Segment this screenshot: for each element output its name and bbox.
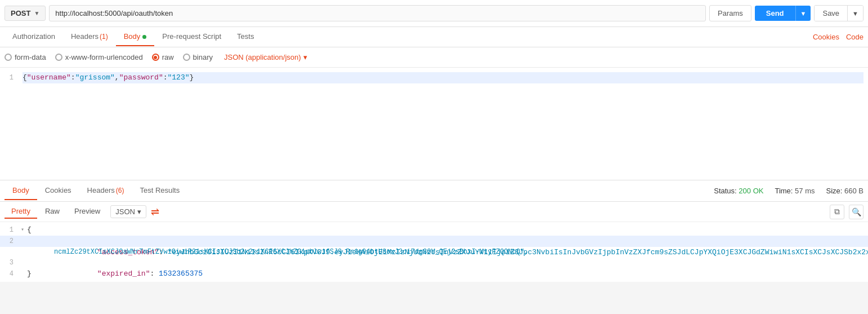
resp-line-4: 4 } — [0, 268, 868, 280]
method-chevron: ▼ — [34, 10, 39, 16]
top-bar: POST ▼ Params Send ▼ Save ▼ — [0, 0, 868, 27]
send-button-group: Send ▼ — [755, 6, 811, 21]
response-body: 1 ▾ { 2 "access_token": "eyJhbGciOiJIUzI… — [0, 222, 868, 282]
response-view-bar: Pretty Raw Preview JSON ▾ ⇌ ⧉ 🔍 — [0, 202, 868, 222]
time-value: 57 ms — [795, 187, 815, 195]
resp-lines: 1 ▾ { 2 "access_token": "eyJhbGciOiJIUzI… — [0, 224, 868, 280]
request-tab-bar: Authorization Headers(1) Body Pre-reques… — [0, 27, 868, 47]
form-data-option[interactable]: form-data — [5, 53, 46, 61]
code-area[interactable]: {"username":"grissom","password":"123"} — [18, 71, 868, 171]
search-icon-button[interactable]: 🔍 — [849, 205, 863, 219]
time-label: Time: 57 ms — [775, 187, 815, 195]
save-dropdown-button[interactable]: ▼ — [847, 6, 863, 21]
tab-prerequest[interactable]: Pre-request Script — [154, 28, 229, 46]
json-format-select[interactable]: JSON ▾ — [110, 205, 146, 218]
resp-line-1: 1 ▾ { — [0, 224, 868, 236]
tab-tests[interactable]: Tests — [229, 28, 262, 46]
raw-option[interactable]: raw — [152, 53, 174, 61]
save-button-group: Save ▼ — [814, 5, 863, 21]
url-encoded-radio[interactable] — [55, 54, 62, 61]
raw-radio[interactable] — [152, 54, 159, 61]
method-select[interactable]: POST ▼ — [5, 6, 46, 21]
code-line-1: {"username":"grissom","password":"123"} — [23, 72, 863, 83]
line-numbers: 1 — [0, 71, 18, 171]
request-editor: 1 {"username":"grissom","password":"123"… — [0, 68, 868, 180]
resp-line-3: 3 "expired_in": 1532365375 — [0, 257, 868, 268]
response-status-bar: Status: 200 OK Time: 57 ms Size: 660 B — [714, 187, 863, 195]
body-options-bar: form-data x-www-form-urlencoded raw bina… — [0, 47, 868, 68]
wrap-icon-container: ⇌ — [151, 206, 159, 218]
save-button[interactable]: Save — [815, 6, 847, 21]
resp-editor: 1 ▾ { 2 "access_token": "eyJhbGciOiJIUzI… — [0, 224, 868, 280]
copy-icon: ⧉ — [834, 207, 840, 216]
resp-line-2b: ncmlZc29tXCIsXCJOaWNrTmFtZVwiOiwiR21sXCI… — [0, 247, 868, 257]
resp-line-2: 2 "access_token": "eyJhbGciOiJIUzI1NiIsI… — [0, 236, 868, 247]
wrap-icon[interactable]: ⇌ — [151, 206, 159, 218]
resp-tab-cookies[interactable]: Cookies — [37, 182, 79, 200]
size-label: Size: 660 B — [826, 187, 863, 195]
send-dropdown-button[interactable]: ▼ — [795, 6, 811, 21]
resp-tab-body[interactable]: Body — [5, 182, 37, 200]
response-section: Body Cookies Headers(6) Test Results Sta… — [0, 180, 868, 282]
right-tabs: Cookies Code — [813, 33, 863, 41]
params-button[interactable]: Params — [709, 5, 751, 21]
resp-tab-test-results[interactable]: Test Results — [132, 182, 187, 200]
json-type-select[interactable]: JSON (application/json) ▾ — [224, 53, 307, 61]
search-icon: 🔍 — [852, 207, 861, 216]
tab-headers[interactable]: Headers(1) — [63, 28, 116, 46]
response-tab-bar: Body Cookies Headers(6) Test Results Sta… — [0, 180, 868, 202]
tab-authorization[interactable]: Authorization — [5, 28, 63, 46]
code-link[interactable]: Code — [846, 33, 863, 41]
view-tab-raw[interactable]: Raw — [38, 205, 66, 219]
form-data-radio[interactable] — [5, 54, 12, 61]
resp-icons: ⧉ 🔍 — [830, 205, 863, 219]
binary-option[interactable]: binary — [183, 53, 213, 61]
view-tab-preview[interactable]: Preview — [68, 205, 107, 219]
method-label: POST — [11, 9, 30, 17]
size-value: 660 B — [844, 187, 863, 195]
status-label: Status: 200 OK — [714, 187, 763, 195]
send-button[interactable]: Send — [755, 6, 795, 21]
url-input[interactable] — [49, 5, 706, 21]
view-tab-pretty[interactable]: Pretty — [5, 205, 37, 219]
resp-tab-headers[interactable]: Headers(6) — [79, 182, 132, 200]
copy-icon-button[interactable]: ⧉ — [830, 205, 844, 219]
cookies-link[interactable]: Cookies — [813, 33, 839, 41]
binary-radio[interactable] — [183, 54, 190, 61]
body-dot — [142, 35, 146, 39]
status-value: 200 OK — [739, 187, 763, 195]
url-encoded-option[interactable]: x-www-form-urlencoded — [55, 53, 143, 61]
tab-body[interactable]: Body — [116, 28, 155, 46]
